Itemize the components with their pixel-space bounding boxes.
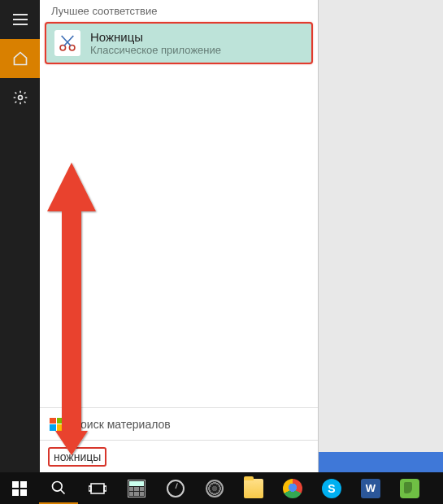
clock-icon xyxy=(167,480,185,497)
snipping-tool-icon xyxy=(54,30,80,56)
result-snipping-tool[interactable]: Ножницы Классическое приложение xyxy=(45,22,313,64)
start-left-rail xyxy=(0,0,40,472)
windows-start-icon xyxy=(12,481,27,496)
microsoft-store-icon xyxy=(50,418,63,431)
taskbar-app-media[interactable] xyxy=(195,472,234,504)
result-text: Ножницы Классическое приложение xyxy=(90,30,221,56)
svg-rect-10 xyxy=(20,481,27,488)
svg-line-14 xyxy=(61,489,65,493)
svg-rect-17 xyxy=(104,486,106,491)
taskbar-app-chrome[interactable] xyxy=(273,472,312,504)
section-header-best-match: Лучшее соответствие xyxy=(40,0,318,22)
desktop-tile-fragment xyxy=(319,452,443,472)
svg-point-3 xyxy=(18,96,22,100)
search-query-text: ножницы xyxy=(48,447,106,467)
task-view-button[interactable] xyxy=(78,472,117,504)
start-search-box[interactable]: ножницы xyxy=(40,440,318,472)
svg-rect-9 xyxy=(12,481,19,488)
taskbar-app-evernote[interactable] xyxy=(390,472,429,504)
skype-icon xyxy=(322,479,341,498)
evernote-icon xyxy=(400,479,419,498)
results-spacer xyxy=(40,64,318,407)
taskbar-app-file-explorer[interactable] xyxy=(234,472,273,504)
home-button[interactable] xyxy=(0,39,40,78)
svg-rect-12 xyxy=(20,489,27,496)
chrome-icon xyxy=(283,479,302,498)
result-subtitle: Классическое приложение xyxy=(90,44,221,56)
word-icon xyxy=(361,479,380,498)
hamburger-button[interactable] xyxy=(0,0,40,39)
gear-icon xyxy=(12,89,28,106)
taskbar-search-button[interactable] xyxy=(39,472,78,504)
hamburger-icon xyxy=(13,14,28,25)
store-search-label: Поиск материалов xyxy=(72,418,171,431)
store-search-row[interactable]: Поиск материалов xyxy=(40,407,318,440)
svg-rect-15 xyxy=(91,484,104,493)
disc-icon xyxy=(206,480,224,497)
search-icon xyxy=(50,480,67,496)
svg-rect-16 xyxy=(89,486,91,491)
taskbar-app-word[interactable] xyxy=(351,472,390,504)
result-title: Ножницы xyxy=(90,30,221,44)
taskbar-app-skype[interactable] xyxy=(312,472,351,504)
search-results-panel: Лучшее соответствие Ножницы Классическое… xyxy=(40,0,319,472)
calculator-icon xyxy=(128,480,145,497)
svg-rect-11 xyxy=(12,489,19,496)
home-icon xyxy=(12,50,28,67)
taskbar-app-calculator[interactable] xyxy=(117,472,156,504)
taskbar-app-alarms[interactable] xyxy=(156,472,195,504)
start-button[interactable] xyxy=(0,472,39,504)
task-view-icon xyxy=(89,482,106,495)
settings-button[interactable] xyxy=(0,78,40,117)
svg-point-13 xyxy=(53,481,63,491)
folder-icon xyxy=(244,479,263,498)
taskbar xyxy=(0,472,443,504)
